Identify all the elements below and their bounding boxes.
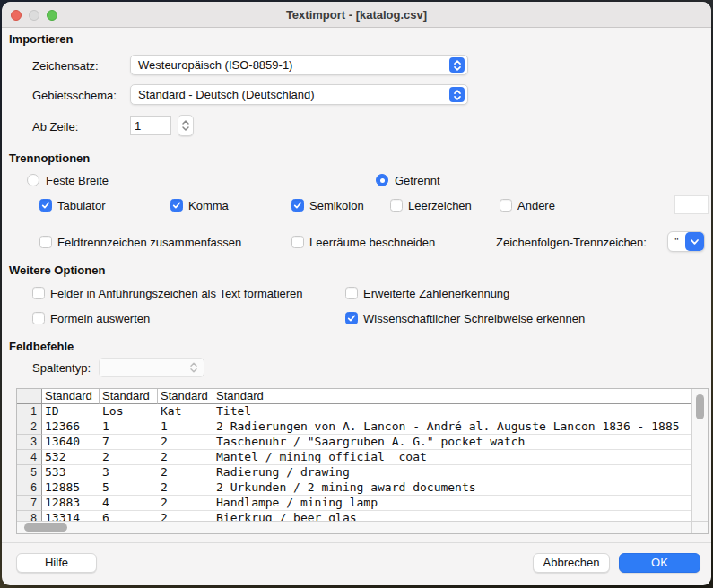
column-header[interactable]: Standard: [158, 389, 213, 404]
radio-fixed-width[interactable]: Feste Breite: [27, 173, 109, 187]
radio-fixed-width-label: Feste Breite: [46, 174, 109, 187]
data-cell: 3: [100, 465, 158, 480]
charset-select[interactable]: Westeuropäisch (ISO-8859-1): [130, 55, 468, 75]
checkbox-label: Erweiterte Zahlenerkennung: [363, 287, 509, 300]
column-header[interactable]: Standard: [100, 389, 158, 404]
data-cell: 13640: [42, 435, 100, 450]
table-header-row[interactable]: Standard Standard Standard Standard: [17, 389, 691, 404]
locale-select[interactable]: Standard - Deutsch (Deutschland): [130, 84, 468, 105]
checkbox-leerzeichen[interactable]: Leerzeichen: [390, 198, 472, 212]
table-row[interactable]: 212366112 Radierungen von A. Lancon - An…: [17, 419, 691, 435]
table-row[interactable]: 612885522 Urkunden / 2 mining award docu…: [17, 480, 691, 496]
checkbox-label: Felder in Anführungszeichen als Text for…: [50, 287, 303, 300]
checkbox-scientific-notation[interactable]: Wissenschaftlicher Schreibweise erkennen: [345, 311, 585, 325]
radio-circle: [376, 174, 388, 186]
row-number-cell: 6: [17, 480, 42, 496]
checkbox-box: [345, 312, 358, 324]
table-row[interactable]: 31364072Taschenuhr / "Saargruben A. G." …: [17, 435, 691, 450]
checkbox-evaluate-formulas[interactable]: Formeln auswerten: [32, 311, 150, 325]
checkbox-semikolon[interactable]: Semikolon: [291, 198, 364, 212]
preview-body: 1IDLosKatTitel212366112 Radierungen von …: [17, 404, 691, 521]
checkbox-andere[interactable]: Andere: [500, 198, 555, 212]
from-row-input[interactable]: [130, 116, 171, 135]
data-cell: 1: [158, 419, 213, 435]
data-cell: 2: [100, 450, 158, 465]
checkbox-merge-delimiters[interactable]: Feldtrennzeichen zusammenfassen: [39, 235, 241, 249]
header-corner-cell: [17, 389, 42, 404]
table-row[interactable]: 553332Radierung / drawing: [17, 465, 691, 480]
checkbox-box: [32, 312, 45, 324]
data-cell: Mantel / mining official coat: [213, 450, 691, 465]
checkbox-label: Komma: [188, 199, 229, 212]
section-import-heading: Importieren: [9, 32, 74, 46]
cancel-button[interactable]: Abbrechen: [533, 553, 610, 573]
other-delimiter-input[interactable]: [674, 195, 709, 214]
row-number-cell: 2: [17, 419, 42, 435]
checkbox-special-numbers[interactable]: Erweiterte Zahlenerkennung: [345, 286, 509, 300]
from-row-stepper[interactable]: [178, 115, 194, 136]
radio-delimited-label: Getrennt: [395, 174, 440, 187]
data-cell: 12885: [42, 480, 100, 496]
table-row[interactable]: 1IDLosKatTitel: [17, 404, 691, 419]
data-cell: Titel: [213, 404, 691, 419]
data-cell: 5: [100, 480, 158, 496]
ok-button[interactable]: OK: [619, 553, 700, 573]
data-cell: 4: [100, 496, 158, 511]
data-cell: 2 Radierungen von A. Lancon - André al. …: [213, 419, 691, 435]
checkbox-quoted-as-text[interactable]: Felder in Anführungszeichen als Text for…: [32, 286, 303, 300]
minimize-button[interactable]: [29, 10, 39, 21]
title-bar[interactable]: Textimport - [katalog.csv]: [2, 2, 711, 28]
section-separators-heading: Trennoptionen: [9, 151, 90, 165]
locale-label: Gebietsschema:: [32, 89, 117, 102]
window-title: Textimport - [katalog.csv]: [2, 2, 711, 28]
string-delimiter-combo[interactable]: ": [667, 231, 705, 252]
chevron-updown-icon: [449, 57, 465, 73]
zoom-button[interactable]: [47, 10, 57, 21]
checkbox-label: Tabulator: [57, 199, 105, 212]
row-number-cell: 4: [17, 450, 42, 465]
section-other-options-heading: Weitere Optionen: [9, 264, 105, 277]
data-cell: Bierkrug / beer glas: [213, 511, 691, 521]
vertical-scrollbar[interactable]: [691, 389, 708, 521]
close-button[interactable]: [11, 10, 22, 21]
table-row[interactable]: 81331462Bierkrug / beer glas: [17, 511, 691, 521]
charset-label: Zeichensatz:: [32, 59, 99, 73]
horizontal-scrollbar-thumb[interactable]: [24, 523, 67, 532]
data-cell: 6: [100, 511, 158, 521]
checkbox-box: [390, 199, 403, 212]
checkbox-label: Leerräume beschneiden: [309, 236, 435, 249]
data-cell: 2: [158, 450, 213, 465]
data-cell: ID: [42, 404, 100, 419]
row-number-cell: 1: [17, 404, 42, 419]
data-cell: 533: [42, 465, 100, 480]
checkbox-label: Wissenschaftlicher Schreibweise erkennen: [363, 312, 585, 325]
row-number-cell: 5: [17, 465, 42, 480]
checkbox-label: Formeln auswerten: [50, 312, 150, 325]
data-cell: 2 Urkunden / 2 mining award documents: [213, 480, 691, 496]
data-cell: Radierung / drawing: [213, 465, 691, 480]
data-cell: 2: [158, 496, 213, 511]
checkbox-box: [345, 287, 358, 299]
checkbox-label: Andere: [517, 199, 555, 212]
checkbox-label: Feldtrennzeichen zusammenfassen: [57, 236, 241, 249]
table-row[interactable]: 453222Mantel / mining official coat: [17, 450, 691, 465]
preview-table: Standard Standard Standard Standard 1IDL…: [16, 388, 709, 534]
row-number-cell: 3: [17, 435, 42, 450]
help-button[interactable]: Hilfe: [16, 553, 97, 573]
data-cell: 12883: [42, 496, 100, 511]
checkbox-label: Semikolon: [309, 199, 364, 212]
checkbox-box: [39, 199, 52, 212]
checkbox-tabulator[interactable]: Tabulator: [39, 198, 105, 212]
row-number-cell: 8: [17, 511, 42, 521]
column-header[interactable]: Standard: [213, 389, 691, 404]
table-row[interactable]: 71288342Handlampe / mining lamp: [17, 496, 691, 511]
checkbox-komma[interactable]: Komma: [170, 198, 229, 212]
checkbox-trim-spaces[interactable]: Leerräume beschneiden: [291, 235, 435, 249]
checkbox-box: [170, 199, 183, 212]
from-row-label: Ab Zeile:: [32, 120, 78, 134]
column-header[interactable]: Standard: [42, 389, 100, 404]
vertical-scrollbar-thumb[interactable]: [696, 394, 704, 419]
horizontal-scrollbar[interactable]: [17, 521, 691, 533]
radio-delimited[interactable]: Getrennt: [376, 173, 440, 187]
data-cell: Los: [100, 404, 158, 419]
